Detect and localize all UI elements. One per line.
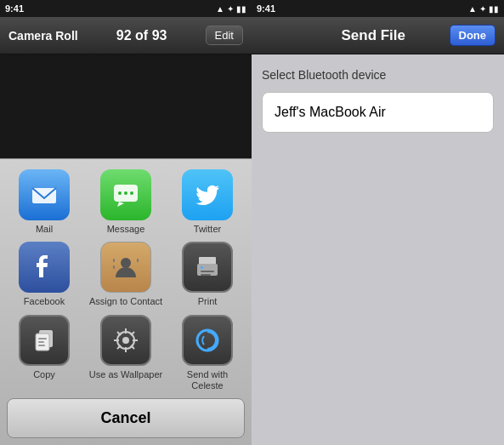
svg-rect-7: [113, 259, 115, 262]
bluetooth-icon-right: ✦: [479, 4, 486, 14]
mail-icon: [19, 169, 70, 220]
svg-rect-18: [38, 341, 44, 343]
edit-button[interactable]: Edit: [206, 26, 243, 45]
wallpaper-icon: [100, 315, 151, 366]
time-right: 9:41: [257, 3, 275, 14]
share-label-message: Message: [107, 224, 145, 235]
facebook-icon: [19, 242, 70, 293]
contact-icon: [100, 242, 151, 293]
share-grid: Mail Message: [7, 169, 245, 391]
nav-bar-right: Send File Done: [252, 17, 504, 54]
share-label-wallpaper: Use as Wallpaper: [89, 369, 162, 380]
svg-rect-19: [38, 345, 45, 346]
share-sheet: Mail Message: [0, 54, 252, 445]
done-button[interactable]: Done: [450, 25, 496, 46]
share-item-twitter[interactable]: Twitter: [170, 169, 245, 235]
share-label-mail: Mail: [36, 224, 53, 235]
share-item-message[interactable]: Message: [88, 169, 163, 235]
camera-roll-label: Camera Roll: [8, 29, 78, 43]
nav-bar-left: Camera Roll 92 of 93 Edit: [0, 17, 252, 54]
battery-icon-left: ▮▮: [236, 4, 246, 14]
svg-point-30: [197, 330, 218, 351]
svg-point-3: [118, 191, 122, 195]
svg-line-27: [131, 345, 134, 349]
svg-marker-2: [117, 202, 124, 207]
bluetooth-icon-left: ✦: [227, 4, 234, 14]
battery-icon-right: ▮▮: [489, 4, 499, 14]
svg-line-26: [117, 332, 121, 335]
status-icons-left: ▲ ✦ ▮▮: [216, 4, 246, 14]
svg-point-6: [121, 258, 131, 268]
share-item-facebook[interactable]: Facebook: [7, 242, 82, 307]
svg-point-4: [124, 191, 127, 195]
device-row-macbook[interactable]: Jeff's MacBook Air: [262, 92, 494, 133]
share-item-print[interactable]: Print: [170, 242, 245, 307]
svg-rect-12: [201, 271, 214, 272]
svg-rect-17: [38, 338, 47, 339]
share-label-facebook: Facebook: [24, 296, 65, 307]
copy-icon: [19, 315, 70, 366]
share-background: [0, 54, 252, 158]
right-panel: 9:41 ▲ ✦ ▮▮ Send File Done Select Blueto…: [252, 0, 504, 445]
time-left: 9:41: [5, 3, 24, 14]
share-item-celeste[interactable]: Send with Celeste: [170, 315, 245, 391]
svg-rect-13: [201, 274, 211, 276]
svg-rect-14: [201, 266, 203, 269]
share-item-copy[interactable]: Copy: [7, 315, 82, 391]
share-item-mail[interactable]: Mail: [7, 169, 82, 235]
svg-point-5: [130, 191, 133, 195]
send-file-title: Send File: [297, 27, 450, 44]
share-panel: Mail Message: [0, 158, 252, 445]
share-item-contact[interactable]: Assign to Contact: [88, 242, 163, 307]
bluetooth-section-label: Select Bluetooth device: [262, 68, 494, 82]
signal-icon-left: ▲: [216, 4, 224, 14]
share-label-copy: Copy: [33, 369, 55, 380]
print-icon: [182, 242, 233, 293]
share-label-print: Print: [198, 296, 218, 307]
cancel-button[interactable]: Cancel: [7, 398, 245, 438]
svg-line-29: [117, 345, 121, 349]
left-panel: 9:41 ▲ ✦ ▮▮ Camera Roll 92 of 93 Edit: [0, 0, 252, 445]
status-icons-right: ▲ ✦ ▮▮: [468, 4, 499, 14]
celeste-icon: [182, 315, 233, 366]
share-label-contact: Assign to Contact: [89, 296, 162, 307]
send-file-content: Select Bluetooth device Jeff's MacBook A…: [252, 54, 504, 146]
svg-line-28: [131, 332, 134, 335]
share-label-twitter: Twitter: [194, 224, 221, 235]
svg-rect-11: [197, 264, 218, 276]
message-icon: [100, 169, 151, 220]
photo-count: 92 of 93: [116, 28, 167, 43]
status-bar-left: 9:41 ▲ ✦ ▮▮: [0, 0, 252, 17]
svg-rect-8: [113, 265, 115, 269]
share-label-celeste: Send with Celeste: [170, 369, 245, 391]
twitter-icon: [182, 169, 233, 220]
share-item-wallpaper[interactable]: Use as Wallpaper: [88, 315, 163, 391]
svg-rect-9: [137, 259, 139, 262]
svg-point-21: [122, 337, 129, 344]
status-bar-right: 9:41 ▲ ✦ ▮▮: [252, 0, 504, 17]
signal-icon-right: ▲: [468, 4, 477, 14]
